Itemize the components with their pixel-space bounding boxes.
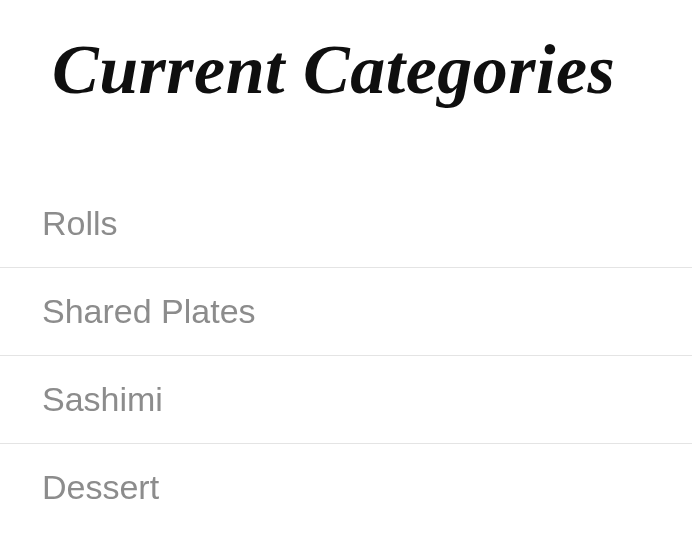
- category-label: Sashimi: [42, 380, 163, 418]
- category-label: Rolls: [42, 204, 118, 242]
- category-label: Dessert: [42, 468, 159, 506]
- category-item[interactable]: Rolls: [0, 180, 692, 268]
- category-label: Shared Plates: [42, 292, 256, 330]
- category-item[interactable]: Dessert: [0, 444, 692, 531]
- category-item[interactable]: Sashimi: [0, 356, 692, 444]
- category-item[interactable]: Shared Plates: [0, 268, 692, 356]
- page-title: Current Categories: [0, 0, 692, 110]
- category-list: Rolls Shared Plates Sashimi Dessert: [0, 180, 692, 531]
